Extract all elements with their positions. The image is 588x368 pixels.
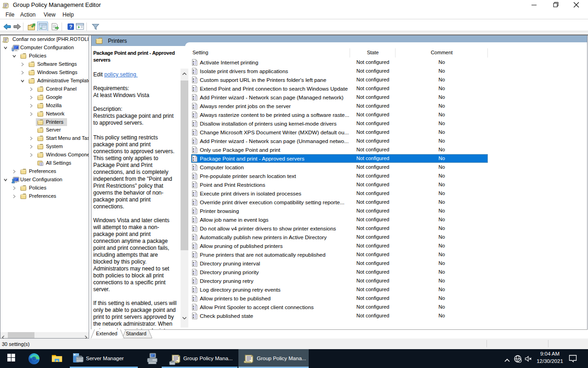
svg-text:?: ?	[69, 24, 73, 29]
